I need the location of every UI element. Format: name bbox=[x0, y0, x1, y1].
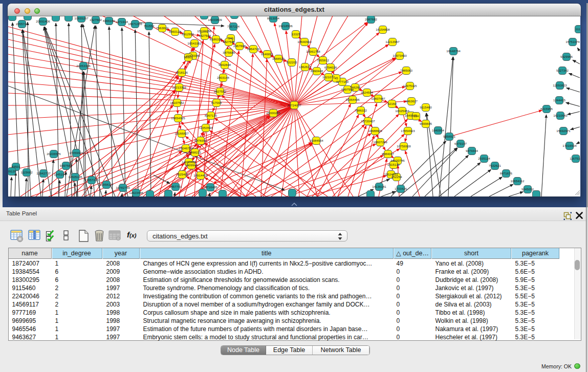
svg-text:10756928: 10756928 bbox=[397, 144, 411, 148]
svg-text:2935114: 2935114 bbox=[478, 157, 490, 160]
svg-text:6479197: 6479197 bbox=[454, 142, 467, 145]
svg-text:9474444: 9474444 bbox=[466, 149, 478, 152]
svg-text:20691406: 20691406 bbox=[36, 19, 50, 23]
svg-text:9327508: 9327508 bbox=[223, 40, 235, 43]
svg-text:19218506: 19218506 bbox=[278, 24, 293, 28]
svg-text:18807249: 18807249 bbox=[373, 140, 387, 144]
svg-text:19654925: 19654925 bbox=[171, 116, 185, 120]
svg-text:15720407: 15720407 bbox=[361, 119, 375, 123]
svg-text:6966160: 6966160 bbox=[103, 19, 116, 23]
svg-text:8186328: 8186328 bbox=[210, 37, 223, 41]
svg-text:39139: 39139 bbox=[8, 169, 16, 173]
svg-text:1244415: 1244415 bbox=[553, 98, 566, 102]
svg-text:7955812: 7955812 bbox=[317, 58, 330, 62]
svg-text:12942737: 12942737 bbox=[36, 171, 51, 175]
svg-text:8471676: 8471676 bbox=[500, 171, 513, 175]
svg-text:16120746: 16120746 bbox=[390, 159, 405, 162]
svg-text:12505135: 12505135 bbox=[68, 175, 82, 179]
svg-text:1071918: 1071918 bbox=[116, 20, 128, 24]
svg-text:9463627: 9463627 bbox=[405, 99, 418, 103]
svg-text:6794028: 6794028 bbox=[324, 65, 337, 69]
svg-text:98901: 98901 bbox=[184, 55, 193, 59]
svg-text:12353594: 12353594 bbox=[199, 126, 213, 129]
svg-text:2803144: 2803144 bbox=[217, 76, 230, 79]
svg-text:7632621: 7632621 bbox=[489, 164, 502, 167]
svg-text:9245052: 9245052 bbox=[521, 187, 534, 191]
svg-text:10654112: 10654112 bbox=[510, 179, 525, 183]
svg-text:2967608: 2967608 bbox=[233, 44, 246, 48]
svg-text:6497568: 6497568 bbox=[341, 87, 354, 91]
svg-text:16107552: 16107552 bbox=[170, 101, 184, 104]
svg-text:7485063: 7485063 bbox=[400, 69, 413, 72]
svg-text:1621072: 1621072 bbox=[322, 75, 335, 79]
svg-text:3875685: 3875685 bbox=[223, 51, 235, 54]
svg-text:9084067: 9084067 bbox=[382, 152, 395, 156]
svg-text:1167533: 1167533 bbox=[570, 157, 580, 160]
svg-text:12093823: 12093823 bbox=[553, 83, 567, 87]
svg-text:15226058: 15226058 bbox=[197, 29, 211, 33]
svg-text:10025453: 10025453 bbox=[395, 109, 409, 113]
svg-text:1145194: 1145194 bbox=[54, 172, 66, 176]
svg-text:8813054: 8813054 bbox=[267, 16, 280, 20]
svg-text:9146821: 9146821 bbox=[261, 52, 274, 56]
svg-text:10958107: 10958107 bbox=[99, 183, 114, 186]
svg-text:8660128: 8660128 bbox=[169, 30, 182, 33]
svg-text:8878352: 8878352 bbox=[194, 139, 207, 142]
svg-text:17957225: 17957225 bbox=[84, 178, 99, 182]
svg-text:904: 904 bbox=[413, 114, 419, 118]
svg-text:1527602: 1527602 bbox=[90, 18, 102, 21]
svg-text:45: 45 bbox=[335, 76, 338, 80]
svg-text:7386322: 7386322 bbox=[355, 108, 367, 112]
svg-text:17359924: 17359924 bbox=[69, 151, 83, 155]
svg-text:14136141: 14136141 bbox=[372, 185, 386, 188]
svg-text:10973493: 10973493 bbox=[393, 54, 407, 57]
svg-text:16543362: 16543362 bbox=[187, 41, 202, 45]
svg-text:19384554: 19384554 bbox=[309, 139, 323, 142]
svg-text:1115682: 1115682 bbox=[20, 170, 33, 174]
svg-text:25300265: 25300265 bbox=[266, 111, 280, 115]
svg-text:8454749: 8454749 bbox=[247, 47, 260, 51]
svg-text:12975115: 12975115 bbox=[403, 84, 417, 87]
svg-text:10688609: 10688609 bbox=[368, 129, 382, 133]
svg-text:8267130: 8267130 bbox=[205, 114, 217, 117]
svg-text:12923468: 12923468 bbox=[129, 191, 143, 194]
svg-text:20053346: 20053346 bbox=[76, 64, 91, 68]
svg-text:9329966: 9329966 bbox=[560, 55, 573, 58]
svg-text:16914479: 16914479 bbox=[193, 173, 208, 177]
svg-text:16961758: 16961758 bbox=[306, 50, 320, 53]
svg-text:1733426: 1733426 bbox=[395, 187, 407, 190]
svg-text:16648764: 16648764 bbox=[446, 49, 461, 53]
svg-text:832203: 832203 bbox=[287, 60, 297, 64]
svg-text:16671355: 16671355 bbox=[128, 22, 142, 26]
svg-text:9457791: 9457791 bbox=[169, 185, 182, 188]
svg-text:1409948: 1409948 bbox=[185, 163, 198, 167]
svg-text:16046798: 16046798 bbox=[179, 146, 193, 150]
svg-text:9115460: 9115460 bbox=[420, 105, 432, 109]
svg-text:5498222: 5498222 bbox=[189, 150, 202, 154]
svg-text:9699695: 9699695 bbox=[420, 122, 432, 125]
svg-text:20364436: 20364436 bbox=[345, 98, 360, 101]
svg-text:83501: 83501 bbox=[11, 165, 20, 168]
svg-text:1362615: 1362615 bbox=[299, 65, 312, 69]
svg-text:17016504: 17016504 bbox=[562, 144, 577, 147]
svg-text:8215955: 8215955 bbox=[540, 107, 553, 111]
svg-text:9327503: 9327503 bbox=[199, 34, 211, 37]
svg-text:9358921: 9358921 bbox=[443, 135, 456, 138]
svg-text:12213369: 12213369 bbox=[172, 85, 186, 89]
svg-text:15751074: 15751074 bbox=[565, 40, 580, 43]
svg-text:1588520: 1588520 bbox=[272, 57, 285, 60]
svg-text:15716485: 15716485 bbox=[203, 185, 217, 189]
svg-text:16782759: 16782759 bbox=[116, 186, 130, 189]
svg-text:10807487: 10807487 bbox=[371, 97, 385, 100]
svg-text:252254: 252254 bbox=[391, 175, 402, 179]
svg-text:9242848: 9242848 bbox=[219, 63, 231, 67]
svg-text:2087682: 2087682 bbox=[365, 17, 378, 21]
svg-text:13325: 13325 bbox=[291, 32, 300, 36]
svg-text:20206576: 20206576 bbox=[47, 152, 61, 156]
svg-text:17654923: 17654923 bbox=[401, 129, 415, 133]
svg-text:1640954: 1640954 bbox=[432, 128, 445, 132]
svg-text:8912956: 8912956 bbox=[182, 32, 194, 36]
svg-text:751552: 751552 bbox=[144, 24, 155, 28]
svg-text:12213967: 12213967 bbox=[385, 40, 400, 43]
svg-text:3624554: 3624554 bbox=[361, 91, 374, 94]
